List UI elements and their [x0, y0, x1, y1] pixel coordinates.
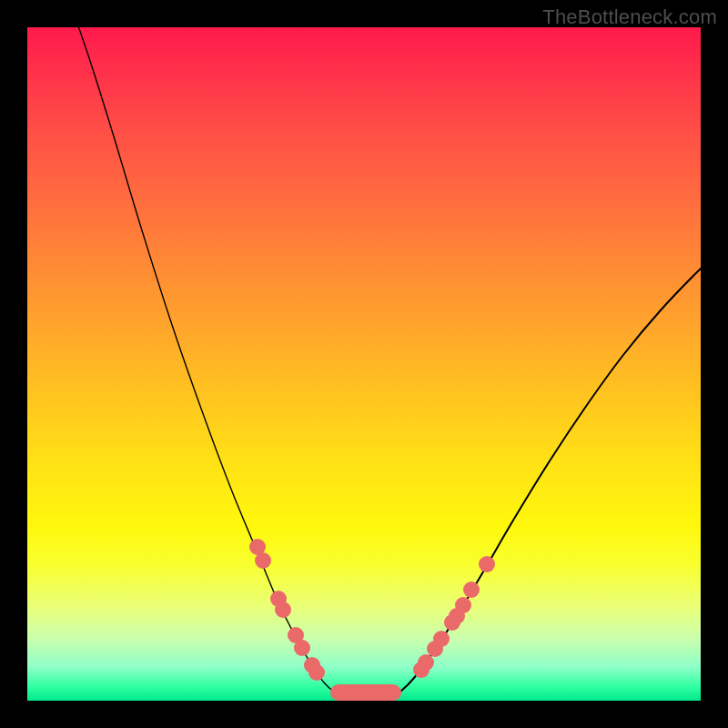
watermark-text: TheBottleneck.com	[542, 5, 717, 29]
dot	[294, 640, 310, 656]
dot	[455, 597, 471, 613]
dot	[479, 556, 495, 572]
dot	[413, 662, 430, 678]
plot-svg	[27, 27, 701, 701]
dot	[463, 581, 480, 598]
dot	[433, 631, 450, 647]
dot	[308, 664, 325, 681]
right-curve	[391, 252, 701, 697]
dot	[275, 602, 291, 618]
highlight-dots	[249, 539, 495, 681]
left-curve	[76, 27, 344, 697]
plot-frame	[27, 27, 701, 701]
dot	[255, 552, 271, 569]
